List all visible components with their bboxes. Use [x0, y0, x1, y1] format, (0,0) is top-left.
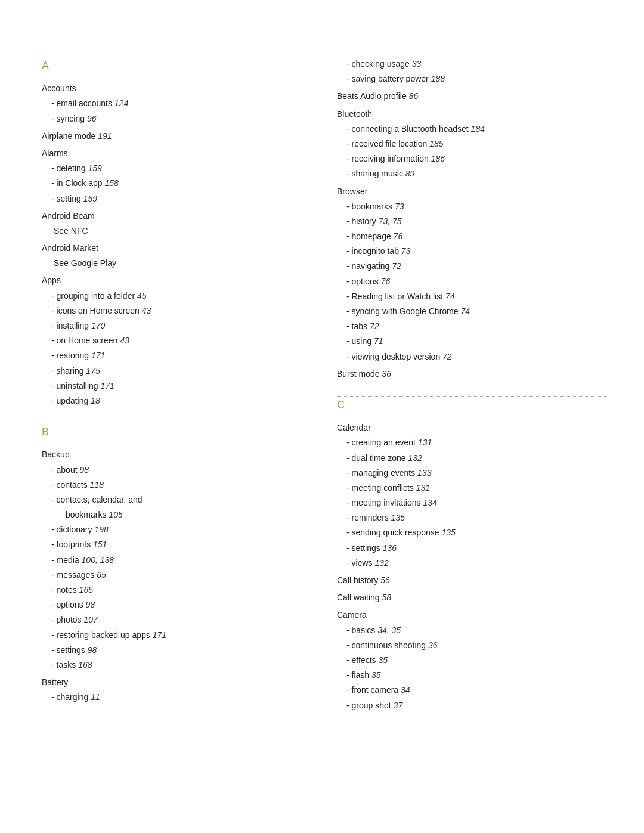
divider-bottom: [42, 441, 313, 441]
page-ref: 100, 138: [82, 555, 114, 565]
page-ref: 74: [445, 292, 455, 301]
index-sub-entry: - restoring backed up apps 171: [42, 628, 313, 643]
index-sub-entry: - creating an event 131: [337, 435, 608, 450]
page-ref: 171: [91, 351, 105, 360]
index-sub-entry: - connecting a Bluetooth headset 184: [337, 122, 608, 137]
index-main-entry: Call waiting 58: [337, 590, 608, 605]
index-sub-entry: - bookmarks 73: [337, 199, 608, 214]
index-sub-entry: - viewing desktop version 72: [337, 349, 608, 364]
page-ref: 35: [378, 655, 388, 665]
index-section: B Backup - about 98 - contacts 118 - con…: [42, 423, 313, 705]
page-ref: 34: [401, 685, 410, 695]
index-sub-entry: - media 100, 138: [42, 553, 313, 568]
index-sub-entry: - views 132: [337, 556, 608, 571]
index-sub-entry: - deleting 159: [42, 161, 313, 176]
index-sub-entry: - managing events 133: [337, 466, 608, 481]
page-ref: 96: [87, 114, 97, 123]
index-columns: A Accounts - email accounts 124 - syncin…: [36, 57, 608, 727]
index-sub-entry: - setting 159: [42, 191, 313, 206]
index-sub-entry: - contacts 118: [42, 478, 313, 493]
index-sub-entry: - email accounts 124: [42, 96, 313, 111]
index-sub-entry: - sharing 175: [42, 364, 313, 379]
index-sub-entry: - incognito tab 73: [337, 244, 608, 259]
index-main-entry: Airplane mode 191: [42, 129, 313, 144]
index-main-entry: Browser: [337, 184, 608, 199]
index-sub-entry: - restoring 171: [42, 348, 313, 363]
page-ref: 36: [382, 369, 391, 379]
index-sub-entry: - checking usage 33: [337, 57, 608, 72]
index-sub-entry: - photos 107: [42, 612, 313, 627]
index-sub-entry: - sending quick response 135: [337, 525, 608, 540]
index-sub-entry: - meeting conflicts 131: [337, 481, 608, 496]
right-column: - checking usage 33 - saving battery pow…: [337, 57, 608, 727]
section-letter: A: [42, 58, 313, 73]
index-sub-entry: - options 98: [42, 597, 313, 612]
page-ref: 86: [409, 91, 419, 101]
index-sub-entry: - homepage 76: [337, 229, 608, 244]
index-main-entry: Backup: [42, 447, 313, 462]
index-sub-entry: - navigating 72: [337, 259, 608, 274]
page-ref: 136: [383, 543, 397, 553]
index-see-ref: See NFC: [42, 224, 313, 239]
index-main-entry: Camera: [337, 608, 608, 623]
page-ref: 135: [391, 513, 405, 522]
page-ref: 171: [101, 381, 114, 391]
index-main-entry: Android Market: [42, 241, 313, 256]
page-ref: 76: [381, 277, 391, 286]
page-ref: 175: [86, 366, 100, 376]
divider-bottom: [42, 75, 313, 75]
page-ref: 72: [442, 352, 452, 361]
index-main-entry: Accounts: [42, 81, 313, 96]
page-ref: 58: [382, 593, 391, 602]
index-section: A Accounts - email accounts 124 - syncin…: [42, 57, 313, 408]
index-sub-entry: - saving battery power 188: [337, 72, 608, 86]
index-sub-entry: - sharing music 89: [337, 166, 608, 181]
page-ref: 198: [94, 525, 108, 534]
index-main-entry: Bluetooth: [337, 107, 608, 122]
page-ref: 159: [88, 163, 101, 173]
page-ref: 107: [83, 615, 97, 624]
index-sub-entry: - tabs 72: [337, 319, 608, 334]
index-main-entry: Call history 56: [337, 573, 608, 588]
index-sub-entry: - in Clock app 158: [42, 176, 313, 191]
index-sub-entry: - footprints 151: [42, 537, 313, 552]
index-sub-entry: - syncing with Google Chrome 74: [337, 304, 608, 319]
index-sub-entry: - updating 18: [42, 394, 313, 408]
page-ref: 34, 35: [377, 625, 401, 635]
page-ref: 36: [428, 640, 438, 650]
index-sub-entry: - settings 98: [42, 643, 313, 658]
divider-top: [42, 423, 313, 423]
page-ref: 33: [412, 59, 422, 69]
section-letter-block: C: [337, 396, 608, 414]
divider-top: [42, 57, 313, 57]
index-main-entry: Battery: [42, 675, 313, 690]
left-column: A Accounts - email accounts 124 - syncin…: [42, 57, 313, 727]
page-ref: 74: [460, 306, 470, 316]
index-section: C Calendar - creating an event 131 - dua…: [337, 396, 608, 713]
index-sub-entry: - receiving information 186: [337, 151, 608, 166]
page-ref: 184: [471, 124, 485, 134]
page-ref: 185: [429, 139, 443, 148]
index-sub-entry: - contacts, calendar, and: [42, 493, 313, 507]
index-sub-entry: - meeting invitations 134: [337, 496, 608, 510]
index-main-entry: Alarms: [42, 146, 313, 161]
section-letter: B: [42, 425, 313, 439]
index-sub-entry: - Reading list or Watch list 74: [337, 289, 608, 304]
divider-bottom: [337, 414, 608, 414]
index-sub-entry: - reminders 135: [337, 510, 608, 525]
page-ref: 168: [78, 660, 92, 670]
index-sub-entry: - installing 170: [42, 318, 313, 333]
page-ref: 45: [137, 291, 147, 301]
index-sub-entry: - dual time zone 132: [337, 451, 608, 466]
index-sub2-entry: bookmarks 105: [42, 507, 313, 522]
index-sub-entry: - front camera 34: [337, 683, 608, 698]
index-sub-entry: - using 71: [337, 334, 608, 349]
page-ref: 72: [370, 321, 379, 331]
page-ref: 65: [97, 570, 106, 580]
page-ref: 105: [109, 510, 122, 519]
index-sub-entry: - group shot 37: [337, 698, 608, 713]
page-ref: 18: [91, 396, 100, 405]
page-ref: 73: [401, 246, 411, 256]
page-ref: 188: [431, 74, 445, 83]
index-sub-entry: - on Home screen 43: [42, 333, 313, 348]
